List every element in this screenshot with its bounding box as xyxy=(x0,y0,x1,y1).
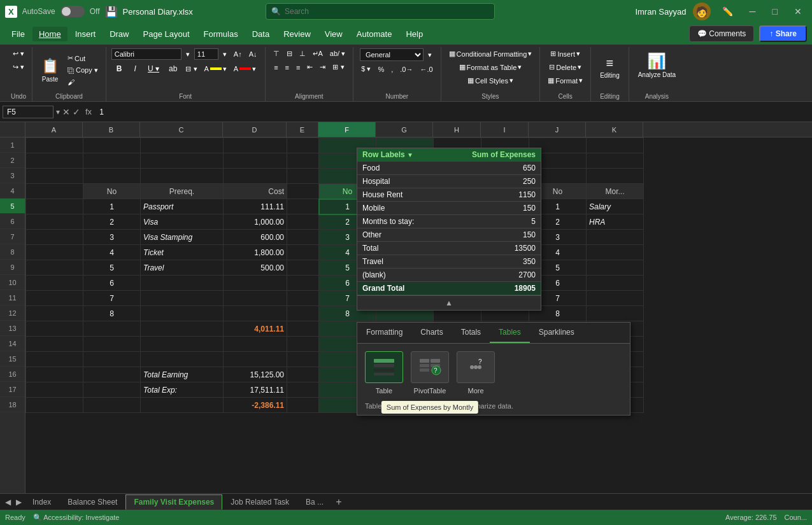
border-button[interactable]: ⊟ ▾ xyxy=(183,64,199,74)
cell-d1[interactable] xyxy=(224,138,287,153)
cell-d2[interactable] xyxy=(224,153,287,169)
cell-e13[interactable] xyxy=(287,321,319,337)
cell-a2[interactable] xyxy=(26,153,83,169)
cell-styles-button[interactable]: ▦ Cell Styles ▾ xyxy=(465,75,516,86)
cell-b6[interactable]: 2 xyxy=(83,214,141,230)
fill-color-button[interactable]: A▾ xyxy=(202,64,229,74)
cell-c7[interactable]: Visa Stamping xyxy=(141,230,224,245)
row-num-7[interactable]: 7 xyxy=(0,229,25,244)
cell-k6[interactable]: HRA xyxy=(587,214,644,230)
cell-e3[interactable] xyxy=(287,169,319,184)
cell-a11[interactable] xyxy=(26,291,83,306)
strikethrough-button[interactable]: ab xyxy=(165,62,181,75)
row-num-5[interactable]: 5 xyxy=(0,199,25,214)
cell-b5[interactable]: 1 xyxy=(83,199,141,214)
cell-c15[interactable] xyxy=(141,352,224,367)
insert-cells-button[interactable]: ⊞ Insert ▾ xyxy=(548,48,583,59)
col-header-f[interactable]: F xyxy=(318,122,376,137)
number-format-dropdown[interactable]: ▾ xyxy=(425,50,434,60)
row-num-4[interactable]: 4 xyxy=(0,183,25,199)
conditional-formatting-button[interactable]: ▦ Conditional Formatting ▾ xyxy=(446,48,535,59)
undo-button[interactable]: ↩ ▾ xyxy=(10,48,27,59)
cell-a4[interactable] xyxy=(26,184,83,199)
cell-a13[interactable] xyxy=(26,321,83,337)
qa-option-table[interactable]: Table xyxy=(365,351,403,395)
cell-k8[interactable] xyxy=(587,245,644,260)
cell-a15[interactable] xyxy=(26,352,83,367)
qa-option-pivottable[interactable]: ? PivotTable Sum of Expenses by Montly xyxy=(411,351,449,395)
cell-e6[interactable] xyxy=(287,214,319,230)
cell-d6[interactable]: 1,000.00 xyxy=(224,214,287,230)
comments-button[interactable]: 💬 Comments xyxy=(689,25,754,42)
pivot-houserent-label[interactable]: House Rent xyxy=(357,188,441,202)
sheet-tab-index[interactable]: Index xyxy=(24,494,59,510)
analyze-data-button[interactable]: 📊 Analyze Data xyxy=(634,47,680,83)
currency-button[interactable]: $ ▾ xyxy=(359,64,373,74)
cell-a3[interactable] xyxy=(26,169,83,184)
comma-button[interactable]: , xyxy=(388,64,395,74)
font-size-input[interactable] xyxy=(194,48,218,60)
row-num-9[interactable]: 9 xyxy=(0,260,25,275)
sheet-nav-right[interactable]: ▶ xyxy=(13,496,24,508)
redo-button[interactable]: ↪ ▾ xyxy=(10,62,27,73)
row-num-14[interactable]: 14 xyxy=(0,336,25,351)
cell-c12[interactable] xyxy=(141,306,224,321)
cell-e18[interactable] xyxy=(287,398,319,413)
row-num-1[interactable]: 1 xyxy=(0,137,25,153)
cell-e2[interactable] xyxy=(287,153,319,169)
pivot-mobile-label[interactable]: Mobile xyxy=(357,202,441,215)
align-left-button[interactable]: ≡ xyxy=(271,62,280,73)
cell-b16[interactable] xyxy=(83,367,141,382)
increase-indent-button[interactable]: ⇥ xyxy=(317,62,328,73)
font-size-dropdown[interactable]: ▾ xyxy=(220,49,229,60)
qa-tab-tables[interactable]: Tables xyxy=(490,323,530,343)
row-num-11[interactable]: 11 xyxy=(0,290,25,305)
cell-k2[interactable] xyxy=(587,153,644,169)
cell-a18[interactable] xyxy=(26,398,83,413)
cell-reference-box[interactable] xyxy=(3,106,53,118)
cell-e4[interactable] xyxy=(287,184,319,199)
row-num-2[interactable]: 2 xyxy=(0,153,25,168)
row-num-6[interactable]: 6 xyxy=(0,214,25,229)
cell-b11[interactable]: 7 xyxy=(83,291,141,306)
formula-input[interactable] xyxy=(97,108,809,116)
delete-cells-button[interactable]: ⊟ Delete ▾ xyxy=(546,62,584,73)
restore-button[interactable]: □ xyxy=(767,5,783,18)
col-header-k[interactable]: K xyxy=(586,122,643,137)
sheet-tab-family[interactable]: Family Visit Expenses xyxy=(125,494,222,510)
cell-b17[interactable] xyxy=(83,382,141,398)
pivot-food-label[interactable]: Food xyxy=(357,162,441,175)
col-header-a[interactable]: A xyxy=(25,122,83,137)
cell-e7[interactable] xyxy=(287,230,319,245)
pivot-monthsstay-label[interactable]: Months to stay: xyxy=(357,215,441,228)
editing-button[interactable]: ≡ Editing xyxy=(596,50,623,85)
cell-e10[interactable] xyxy=(287,276,319,291)
formula-confirm-icon[interactable]: ✓ xyxy=(73,107,80,117)
cell-d18[interactable]: -2,386.11 xyxy=(224,398,287,413)
close-button[interactable]: ✕ xyxy=(789,5,807,18)
cell-c10[interactable] xyxy=(141,276,224,291)
search-input[interactable] xyxy=(285,7,489,16)
cell-e16[interactable] xyxy=(287,367,319,382)
menu-help[interactable]: Help xyxy=(399,27,429,41)
cell-d15[interactable] xyxy=(224,352,287,367)
cell-d5[interactable]: 111.11 xyxy=(224,199,287,214)
number-format-select[interactable]: General Number Currency Date xyxy=(360,48,424,61)
cell-e12[interactable] xyxy=(287,306,319,321)
cell-b18[interactable] xyxy=(83,398,141,413)
cell-e15[interactable] xyxy=(287,352,319,367)
wrap-text-button[interactable]: ↵A xyxy=(310,48,325,59)
cell-e8[interactable] xyxy=(287,245,319,260)
cell-d17[interactable]: 17,511.11 xyxy=(224,382,287,398)
cell-b7[interactable]: 3 xyxy=(83,230,141,245)
cell-c14[interactable] xyxy=(141,337,224,352)
sheet-tab-ba[interactable]: Ba ... xyxy=(297,494,332,510)
edit-icon[interactable]: ✏️ xyxy=(717,5,738,18)
italic-button[interactable]: I xyxy=(128,62,142,75)
cell-d13[interactable]: 4,011.11 xyxy=(224,321,287,337)
col-header-b[interactable]: B xyxy=(83,122,140,137)
increase-font-button[interactable]: A↑ xyxy=(231,49,245,59)
cell-c16[interactable]: Total Earning xyxy=(141,367,224,382)
cell-c3[interactable] xyxy=(141,169,224,184)
share-button[interactable]: ↑ Share xyxy=(759,25,807,42)
